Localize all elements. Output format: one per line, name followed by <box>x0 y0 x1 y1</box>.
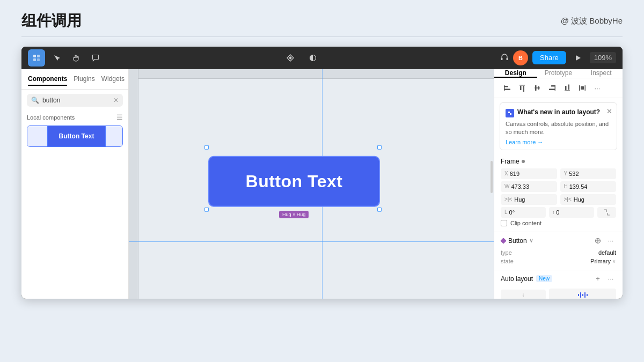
tab-inspect[interactable]: Inspect <box>580 69 623 78</box>
diamond-icon <box>501 238 506 243</box>
ruler-top <box>129 69 494 79</box>
svg-rect-32 <box>584 292 586 298</box>
tab-prototype[interactable]: Prototype <box>537 69 580 78</box>
right-panel-tabs: Design Prototype Inspect <box>494 69 623 78</box>
page-header: 组件调用 @ 波波 BobbyHe <box>0 0 644 36</box>
component-more-icon[interactable]: ··· <box>605 235 616 246</box>
type-prop-row: type default <box>501 249 616 256</box>
canvas-button[interactable]: Button Text <box>208 156 380 207</box>
tooltip-title: What's new in auto layout? <box>517 108 600 116</box>
component-chevron[interactable]: ∨ <box>529 237 533 244</box>
svg-marker-7 <box>576 55 581 61</box>
tab-design[interactable]: Design <box>494 69 537 78</box>
guide-horizontal <box>129 241 494 242</box>
add-auto-layout-btn[interactable]: + <box>592 274 603 284</box>
ruler-left <box>129 69 138 299</box>
resize-icon[interactable] <box>597 207 616 218</box>
play-button[interactable] <box>570 50 586 65</box>
al-distribution-field[interactable] <box>549 289 616 299</box>
align-top-btn[interactable] <box>516 82 529 94</box>
svg-rect-1 <box>37 55 40 57</box>
svg-rect-20 <box>565 86 567 90</box>
svg-rect-9 <box>504 89 510 91</box>
auto-layout-section: Auto layout New + ··· ↓ <box>494 270 623 299</box>
hand-tool[interactable] <box>69 50 84 65</box>
w-field[interactable]: W 473.33 <box>501 181 557 192</box>
clip-checkbox[interactable] <box>501 220 507 226</box>
align-left-btn[interactable] <box>501 82 514 94</box>
auto-layout-more-btn[interactable]: ··· <box>605 274 616 284</box>
type-value[interactable]: default <box>598 249 616 256</box>
contrast-tool[interactable] <box>305 50 320 65</box>
toolbar-center <box>283 50 320 65</box>
component-item-right <box>105 126 122 146</box>
align-right-btn[interactable] <box>546 82 559 94</box>
page-wrapper: 组件调用 @ 波波 BobbyHe <box>0 0 644 362</box>
component-target-icon[interactable] <box>592 235 603 246</box>
handle-br[interactable] <box>377 207 382 211</box>
svg-rect-0 <box>33 55 36 57</box>
al-direction-field[interactable]: ↓ <box>501 290 546 299</box>
corner-field[interactable]: r 0 <box>549 207 594 218</box>
hug-y-field[interactable]: >|< Hug <box>560 194 617 205</box>
component-item-left <box>27 126 48 146</box>
tab-plugins[interactable]: Plugins <box>74 73 94 86</box>
auto-layout-actions: + ··· <box>592 274 616 284</box>
component-name: Button ∨ <box>501 237 533 245</box>
hug-x-field[interactable]: >|< Hug <box>501 194 557 205</box>
scroll-indicator[interactable] <box>491 161 493 193</box>
tooltip-text: Canvas controls, absolute position, and … <box>506 120 611 137</box>
tab-components[interactable]: Components <box>28 73 67 86</box>
figma-logo[interactable] <box>28 49 45 67</box>
distribute-btn[interactable] <box>576 82 589 94</box>
handle-tl[interactable] <box>204 145 209 149</box>
tab-widgets[interactable]: Widgets <box>101 73 125 86</box>
state-prop-row: state Primary ∨ <box>501 258 616 264</box>
align-center-h-btn[interactable] <box>531 82 544 94</box>
frame-section: Frame X 619 Y 532 <box>494 154 623 232</box>
user-avatar[interactable]: B <box>513 50 528 65</box>
toolbar: B Share 109% <box>21 47 623 69</box>
zoom-indicator[interactable]: 109% <box>590 52 616 63</box>
svg-rect-29 <box>578 294 579 296</box>
handle-tr[interactable] <box>377 145 382 149</box>
headphone-icon[interactable] <box>500 53 509 63</box>
local-components-header: Local components ☰ <box>21 111 128 123</box>
align-bottom-btn[interactable] <box>561 82 574 94</box>
state-value[interactable]: Primary ∨ <box>590 258 616 264</box>
auto-layout-tooltip: ✕ What's new in auto layout? Canvas cont… <box>500 102 617 150</box>
svg-rect-22 <box>565 91 570 92</box>
svg-rect-3 <box>37 58 40 61</box>
more-align-btn[interactable]: ··· <box>591 82 604 94</box>
tooltip-close-btn[interactable]: ✕ <box>606 107 612 115</box>
h-field[interactable]: H 139.54 <box>560 181 617 192</box>
x-field[interactable]: X 619 <box>501 168 557 179</box>
search-bar: 🔍 ✕ <box>27 94 123 107</box>
rotation-field[interactable]: L 0° <box>501 207 546 218</box>
state-chevron: ∨ <box>612 258 616 264</box>
svg-rect-12 <box>523 86 525 92</box>
comment-tool[interactable] <box>88 50 103 65</box>
search-input[interactable] <box>42 97 110 104</box>
svg-rect-23 <box>579 85 580 91</box>
svg-rect-33 <box>587 294 588 296</box>
components-tool[interactable] <box>283 50 298 65</box>
component-section: Button ∨ ··· <box>494 232 623 270</box>
rotation-row: L 0° r 0 <box>501 207 616 218</box>
list-view-icon[interactable]: ☰ <box>116 113 123 121</box>
panel-tabs: Components Plugins Widgets ⊡ <box>21 69 128 90</box>
component-item-button[interactable]: Button Text <box>27 125 123 147</box>
page-title: 组件调用 <box>21 11 82 31</box>
tooltip-learn-more[interactable]: Learn more → <box>506 139 611 145</box>
svg-rect-13 <box>519 85 525 86</box>
handle-bl[interactable] <box>204 207 209 211</box>
canvas-area[interactable]: Button Text Hug × Hug <box>129 69 494 299</box>
toolbar-left <box>28 49 103 67</box>
header-divider <box>21 36 623 37</box>
frame-title: Frame <box>501 158 616 165</box>
search-clear-icon[interactable]: ✕ <box>113 97 119 104</box>
toolbar-right: B Share 109% <box>500 50 616 65</box>
y-field[interactable]: Y 532 <box>560 168 617 179</box>
share-button[interactable]: Share <box>532 51 566 64</box>
cursor-tool[interactable] <box>49 50 64 65</box>
